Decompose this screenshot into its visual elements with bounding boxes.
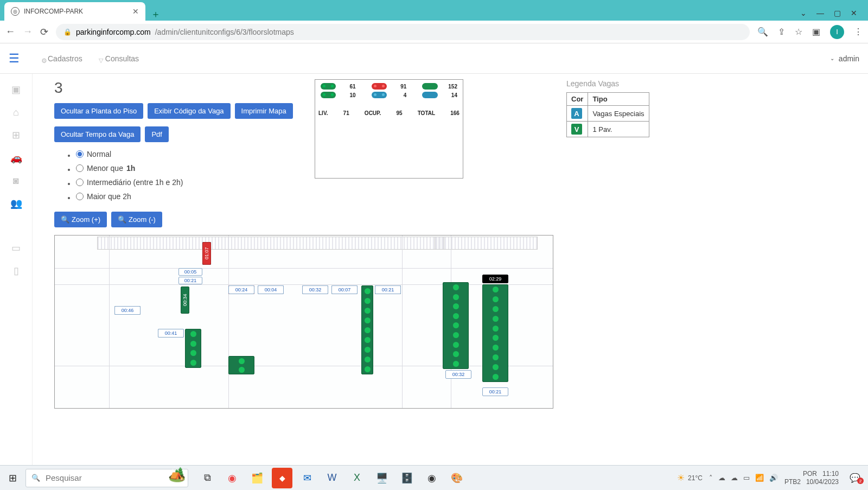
magnify-plus-icon: 🔍 — [61, 215, 69, 224]
radio-maior-2h[interactable]: Maior que 2h — [76, 192, 131, 201]
sidebar-camera-icon[interactable]: ◙ — [10, 175, 22, 187]
legend-hdr-tipo: Tipo — [588, 93, 649, 106]
stat-green-free: 61 — [340, 84, 355, 90]
slot-cluster[interactable] — [482, 284, 508, 382]
kebab-menu-icon[interactable]: ⋮ — [854, 27, 863, 37]
browser-tab-strip: ◎ INFORCOMP-PARK ✕ ＋ ⌄ — ▢ ✕ — [0, 0, 868, 21]
slot[interactable]: 00:24 — [228, 285, 254, 294]
liv-value: 71 — [343, 110, 349, 116]
radio-normal[interactable]: Normal — [76, 150, 111, 158]
slot-black[interactable]: 02:29 — [482, 275, 508, 283]
hamburger-icon[interactable]: ☰ — [9, 52, 20, 66]
tab-title: INFORCOMP-PARK — [24, 8, 128, 15]
stats-panel: 61 91 152 10 4 14 — [315, 79, 463, 179]
address-bar: ← → ⟳ 🔒 parkinginforcomp.com/admin/clien… — [0, 21, 868, 43]
pill-blue-icon — [372, 92, 387, 98]
sidebar-folder-icon[interactable]: ▭ — [10, 242, 22, 254]
chevron-down-icon: ⌄ — [830, 55, 834, 61]
btn-imprimir[interactable]: Imprimir Mapa — [235, 103, 293, 119]
forward-icon[interactable]: → — [23, 26, 33, 37]
total-value: 166 — [450, 110, 459, 116]
slot[interactable]: 00:04 — [258, 285, 284, 294]
total-label: TOTAL — [418, 110, 435, 116]
new-tab-button[interactable]: ＋ — [145, 8, 166, 21]
sidebar-gift-icon[interactable]: ⊞ — [10, 129, 22, 141]
page-title: 3 — [54, 79, 298, 97]
stat-total-2: 14 — [442, 92, 457, 98]
slot[interactable]: 00:21 — [375, 285, 401, 294]
btn-ocultar-tempo[interactable]: Ocultar Tempo da Vaga — [54, 126, 141, 142]
slot[interactable]: 00:05 — [178, 268, 202, 276]
slot-alert[interactable]: 01:07 — [202, 242, 211, 265]
radio-intermediario[interactable]: Intermediário (entre 1h e 2h) — [76, 178, 183, 187]
stat-blue-ocup: 4 — [391, 92, 406, 98]
legend-badge-v: V — [571, 124, 582, 135]
legend-row-v: 1 Pav. — [588, 122, 649, 137]
url-path: /admin/clientunitconfigs/6/3/floorslotma… — [155, 28, 294, 36]
zoom-out-button[interactable]: 🔍Zoom (-) — [111, 212, 162, 227]
profile-avatar[interactable]: I — [830, 25, 844, 39]
reload-icon[interactable]: ⟳ — [40, 26, 48, 38]
zoom-in-button[interactable]: 🔍Zoom (+) — [54, 212, 107, 227]
pill-red-icon — [372, 83, 387, 90]
slot[interactable]: 00:41 — [158, 329, 184, 338]
btn-ocultar-planta[interactable]: Ocultar a Planta do Piso — [54, 103, 143, 119]
slot-cluster[interactable] — [228, 356, 254, 374]
legend-badge-a: A — [571, 108, 582, 119]
ocup-label: OCUP. — [365, 110, 381, 116]
legend-title: Legenda Vagas — [566, 79, 649, 88]
floor-map[interactable]: 00:22 00:24 00:42 00:05 00:04 00:09 00:0… — [54, 235, 553, 409]
btn-pdf[interactable]: Pdf — [145, 126, 169, 142]
slot-occupied[interactable]: 00:34 — [181, 287, 189, 314]
sidebar-dashboard-icon[interactable]: ▣ — [10, 84, 22, 96]
share-icon[interactable]: ⇪ — [778, 27, 785, 37]
window-controls: ⌄ — ▢ ✕ — [794, 9, 864, 21]
legend-panel: Legenda Vagas CorTipo AVagas Especiais V… — [566, 79, 649, 137]
slot[interactable]: 00:32 — [445, 370, 471, 379]
content-area: 3 Ocultar a Planta do Piso Exibir Código… — [33, 74, 868, 465]
sidebar-clipboard-icon[interactable]: ▯ — [10, 265, 22, 277]
sidebar-car-icon[interactable]: 🚗 — [10, 152, 22, 164]
slot[interactable]: 00:32 — [302, 285, 328, 294]
legend-hdr-cor: Cor — [567, 93, 588, 106]
btn-exibir-codigo[interactable]: Exibir Código da Vaga — [148, 103, 230, 119]
sidebar: ▣ ⌂ ⊞ 🚗 ◙ 👥 ▭ ▯ — [0, 74, 33, 465]
user-label: admin — [839, 54, 859, 63]
legend-row-a: Vagas Especiais — [588, 106, 649, 122]
maximize-icon[interactable]: ▢ — [834, 9, 841, 17]
url-input[interactable]: 🔒 parkinginforcomp.com/admin/clientunitc… — [56, 24, 750, 40]
sidebar-cash-icon[interactable]: ⌂ — [10, 106, 22, 118]
window-dropdown-icon[interactable]: ⌄ — [800, 9, 807, 17]
slot[interactable]: 00:21 — [178, 277, 202, 284]
close-tab-icon[interactable]: ✕ — [132, 7, 139, 16]
slot-cluster[interactable] — [443, 282, 469, 369]
slot-cluster[interactable] — [185, 329, 201, 368]
nav-cadastros[interactable]: Cadastros — [41, 54, 82, 63]
pill-green2-icon — [422, 83, 437, 90]
slot[interactable]: 00:07 — [331, 285, 358, 294]
ocup-value: 95 — [396, 110, 402, 116]
url-domain: parkinginforcomp.com — [76, 28, 151, 36]
slot[interactable]: 00:21 — [482, 387, 508, 396]
slot[interactable]: 00:46 — [114, 306, 141, 315]
pill-green-icon — [321, 83, 336, 90]
globe-icon: ◎ — [11, 7, 20, 16]
bookmark-icon[interactable]: ☆ — [795, 27, 802, 37]
liv-label: LIV. — [318, 110, 328, 116]
slot-cluster[interactable] — [361, 285, 373, 374]
lock-icon: 🔒 — [63, 28, 72, 36]
back-icon[interactable]: ← — [5, 26, 15, 37]
zoom-icon[interactable]: 🔍 — [757, 27, 768, 37]
stat-red-ocup: 91 — [391, 84, 406, 90]
sidebar-users-icon[interactable]: 👥 — [10, 198, 22, 209]
minimize-icon[interactable]: — — [816, 9, 824, 17]
pill-green-icon — [321, 92, 336, 98]
stat-total-1: 152 — [442, 84, 457, 90]
close-window-icon[interactable]: ✕ — [851, 9, 857, 17]
magnify-minus-icon: 🔍 — [118, 215, 126, 224]
radio-menor-1h[interactable]: Menor que 1h — [76, 164, 135, 173]
user-menu[interactable]: ⌄ admin — [830, 54, 859, 63]
side-panel-icon[interactable]: ▣ — [812, 27, 820, 37]
browser-tab[interactable]: ◎ INFORCOMP-PARK ✕ — [4, 2, 145, 21]
nav-consultas[interactable]: Consultas — [99, 54, 139, 63]
